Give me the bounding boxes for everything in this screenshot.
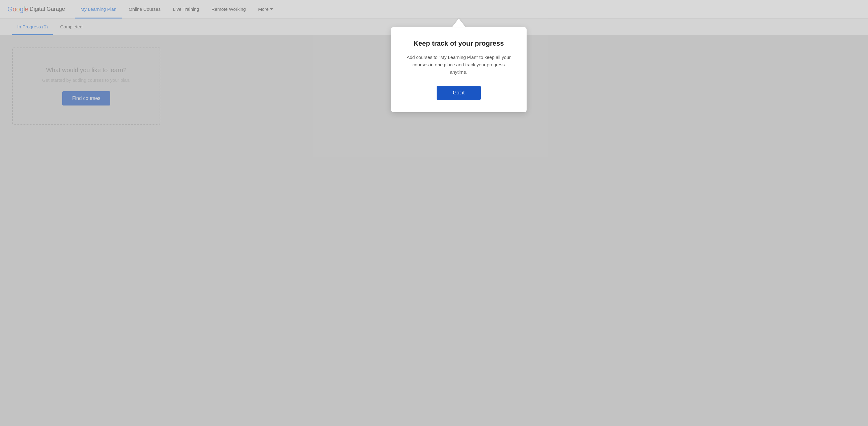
popup-box: Keep track of your progress Add courses …: [391, 27, 527, 112]
popup-description: Add courses to "My Learning Plan" to kee…: [405, 54, 513, 76]
got-it-button[interactable]: Got it: [437, 86, 480, 100]
popup-arrow: [452, 19, 466, 27]
popup-title: Keep track of your progress: [413, 39, 504, 48]
progress-tooltip-popup: Keep track of your progress Add courses …: [391, 19, 527, 112]
